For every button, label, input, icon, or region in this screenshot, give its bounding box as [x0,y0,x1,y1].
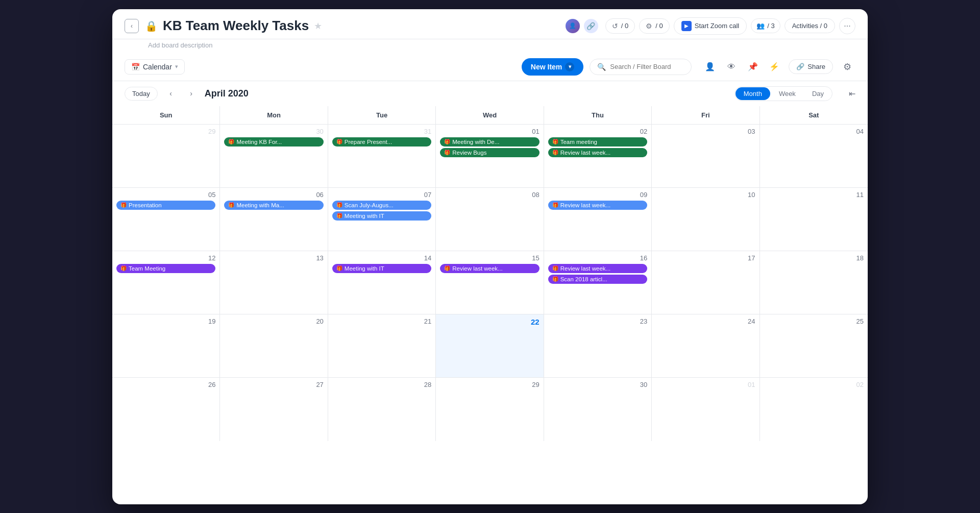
event-label: Meeting with IT [345,213,384,219]
people-button[interactable]: 👥 / 3 [751,18,780,33]
more-options-button[interactable]: ··· [839,18,855,34]
undo-icon: ↺ [612,22,618,30]
calendar-cell[interactable]: 29 [112,125,220,187]
calendar-event[interactable]: 🎁Review last week... [548,264,647,273]
calendar-cell[interactable]: 09🎁Review last week... [544,188,652,251]
search-box[interactable]: 🔍 [590,59,692,75]
calendar-event[interactable]: 🎁Scan July-Augus... [332,201,431,210]
calendar-event[interactable]: 🎁Meeting KB For... [224,137,323,146]
calendar-cell[interactable]: 10 [652,188,760,251]
board-description[interactable]: Add board description [112,39,868,53]
toolbar-icons: 👤 👁 📌 ⚡ [702,59,782,75]
undo-count: / 0 [621,22,628,30]
undo-button[interactable]: ↺ / 0 [605,18,635,34]
calendar-cell[interactable]: 31🎁Prepare Present... [328,125,436,187]
calendar-event[interactable]: 🎁Prepare Present... [332,137,431,146]
event-icon: 🎁 [552,265,558,271]
star-icon[interactable]: ★ [314,20,322,32]
sidebar-toggle[interactable]: ‹ [125,19,139,33]
calendar-cell[interactable]: 02🎁Team meeting🎁Review last week... [544,125,652,187]
event-icon: 🎁 [120,202,127,208]
prev-month-button[interactable]: ‹ [164,86,178,101]
today-button[interactable]: Today [125,87,158,101]
weekday-header: Thu [544,106,652,124]
calendar-cell[interactable]: 02 [760,378,868,441]
event-icon: 🎁 [552,202,558,208]
calendar-view-select[interactable]: 📅 Calendar ▾ [125,59,185,75]
zoom-label: Start Zoom call [695,22,739,30]
view-tab-week[interactable]: Week [771,87,804,100]
event-label: Meeting with Ma... [236,202,284,208]
new-item-button[interactable]: New Item ▾ [522,58,583,76]
weekday-header: Tue [328,106,436,124]
weekday-header: Mon [220,106,328,124]
calendar-event[interactable]: 🎁Review last week... [548,201,647,210]
calendar-event[interactable]: 🎁Scan 2018 articl... [548,275,647,284]
calendar-cell[interactable]: 05🎁Presentation [112,188,220,251]
calendar-cell[interactable]: 28 [328,378,436,441]
day-number: 04 [764,128,864,135]
calendar-cell[interactable]: 03 [652,125,760,187]
settings-button[interactable]: ⚙ [839,59,855,75]
calendar-event[interactable]: 🎁Meeting with De... [440,137,539,146]
calendar-cell[interactable]: 26 [112,378,220,441]
event-icon: 🎁 [444,150,450,155]
calendar-cell[interactable]: 01 [652,378,760,441]
day-number: 19 [116,317,215,325]
calendar-cell[interactable]: 25 [760,314,868,377]
eye-filter-button[interactable]: 👁 [723,59,740,75]
activities-button[interactable]: Activities / 0 [785,18,835,33]
day-number: 29 [440,381,539,388]
calendar-cell[interactable]: 16🎁Review last week...🎁Scan 2018 articl.… [544,251,652,314]
calendar-event[interactable]: 🎁Meeting with IT [332,264,431,273]
search-input[interactable] [610,63,681,70]
calendar-cell[interactable]: 30🎁Meeting KB For... [220,125,328,187]
calendar-cell[interactable]: 23 [544,314,652,377]
view-tab-month[interactable]: Month [736,87,770,100]
automations-button[interactable]: ⚙ / 0 [639,18,669,34]
pin-button[interactable]: 📌 [745,59,761,75]
event-label: Presentation [129,202,162,208]
calendar-event[interactable]: 🎁Team meeting [548,137,647,146]
calendar-event[interactable]: 🎁Meeting with Ma... [224,201,323,210]
calendar-event[interactable]: 🎁Review last week... [440,264,539,273]
calendar-cell[interactable]: 01🎁Meeting with De...🎁Review Bugs [436,125,544,187]
calendar-event[interactable]: 🎁Team Meeting [116,264,215,273]
calendar-cell[interactable]: 19 [112,314,220,377]
calendar-cell[interactable]: 07🎁Scan July-Augus...🎁Meeting with IT [328,188,436,251]
calendar-event[interactable]: 🎁Meeting with IT [332,211,431,221]
day-number: 01 [440,128,539,135]
person-filter-button[interactable]: 👤 [702,59,718,75]
share-button[interactable]: 🔗 Share [789,59,833,74]
calendar-cell[interactable]: 15🎁Review last week... [436,251,544,314]
calendar-event[interactable]: 🎁Review Bugs [440,148,539,157]
calendar-cell[interactable]: 13 [220,251,328,314]
event-icon: 🎁 [552,150,558,155]
calendar-cell[interactable]: 06🎁Meeting with Ma... [220,188,328,251]
calendar-cell[interactable]: 14🎁Meeting with IT [328,251,436,314]
filter-button[interactable]: ⚡ [766,59,782,75]
calendar-cell[interactable]: 12🎁Team Meeting [112,251,220,314]
day-number: 17 [656,254,755,262]
calendar-cell[interactable]: 20 [220,314,328,377]
calendar-cell[interactable]: 21 [328,314,436,377]
zoom-call-button[interactable]: ▶ Start Zoom call [674,17,747,35]
day-number: 01 [656,381,755,388]
event-icon: 🎁 [336,139,342,144]
calendar-event[interactable]: 🎁Review last week... [548,148,647,157]
view-tab-day[interactable]: Day [804,87,832,100]
calendar-cell[interactable]: 24 [652,314,760,377]
calendar-cell[interactable]: 30 [544,378,652,441]
calendar-event[interactable]: 🎁Presentation [116,201,215,210]
day-number: 03 [656,128,755,135]
calendar-cell[interactable]: 11 [760,188,868,251]
calendar-cell[interactable]: 08 [436,188,544,251]
calendar-cell[interactable]: 04 [760,125,868,187]
collapse-icon[interactable]: ⇤ [849,89,855,99]
calendar-cell[interactable]: 22 [436,314,544,377]
calendar-cell[interactable]: 18 [760,251,868,314]
calendar-cell[interactable]: 29 [436,378,544,441]
calendar-cell[interactable]: 17 [652,251,760,314]
calendar-cell[interactable]: 27 [220,378,328,441]
next-month-button[interactable]: › [184,86,199,101]
